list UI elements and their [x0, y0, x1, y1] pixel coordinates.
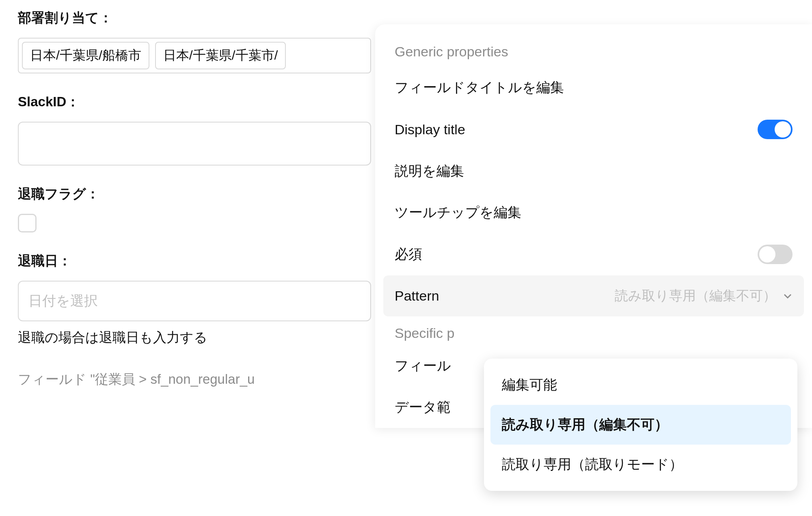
slackid-label: SlackID： — [18, 93, 383, 111]
slackid-field-group: SlackID： — [18, 93, 383, 166]
dropdown-option-editable[interactable]: 編集可能 — [490, 365, 791, 405]
slackid-input[interactable] — [18, 122, 371, 166]
toggle-knob — [775, 121, 791, 138]
pattern-label: Pattern — [395, 288, 439, 304]
pattern-value: 読み取り専用（編集不可） — [615, 287, 776, 305]
chevron-down-icon — [783, 293, 793, 299]
toggle-knob — [759, 246, 775, 262]
dropdown-option-readonly[interactable]: 読み取り専用（編集不可） — [490, 405, 791, 445]
required-item[interactable]: 必須 — [375, 233, 812, 275]
data-range-label: データ範 — [395, 398, 451, 417]
edit-field-title-item[interactable]: フィールドタイトルを編集 — [375, 67, 812, 108]
department-label: 部署割り当て： — [18, 9, 383, 27]
retired-flag-label: 退職フラグ： — [18, 185, 383, 203]
field-hint-text: フィールド "従業員 > sf_non_regular_u — [18, 370, 383, 389]
department-field-group: 部署割り当て： 日本/千葉県/船橋市 日本/千葉県/千葉市/ — [18, 9, 383, 73]
department-tag[interactable]: 日本/千葉県/千葉市/ — [155, 42, 286, 69]
department-tags[interactable]: 日本/千葉県/船橋市 日本/千葉県/千葉市/ — [18, 38, 371, 73]
retired-flag-checkbox[interactable] — [18, 214, 37, 232]
required-toggle[interactable] — [758, 245, 793, 264]
edit-description-item[interactable]: 説明を編集 — [375, 150, 812, 192]
display-title-label: Display title — [395, 122, 465, 138]
department-tag[interactable]: 日本/千葉県/船橋市 — [22, 42, 149, 69]
retired-date-label: 退職日： — [18, 252, 383, 270]
retired-date-input[interactable]: 日付を選択 — [18, 281, 371, 321]
edit-description-label: 説明を編集 — [395, 162, 464, 181]
dropdown-option-readonly-mode[interactable]: 読取り専用（読取りモード） — [490, 445, 791, 484]
required-label: 必須 — [395, 245, 422, 264]
retired-date-help: 退職の場合は退職日も入力する — [18, 329, 383, 347]
form-panel: 部署割り当て： 日本/千葉県/船橋市 日本/千葉県/千葉市/ SlackID： … — [18, 9, 383, 389]
display-title-item[interactable]: Display title — [375, 108, 812, 150]
date-placeholder: 日付を選択 — [28, 292, 98, 310]
pattern-item[interactable]: Pattern 読み取り専用（編集不可） — [383, 275, 804, 316]
edit-field-title-label: フィールドタイトルを編集 — [395, 78, 564, 97]
field-row-label: フィール — [395, 357, 451, 375]
pattern-dropdown: 編集可能 読み取り専用（編集不可） 読取り専用（読取りモード） — [484, 359, 797, 491]
retired-flag-field-group: 退職フラグ： — [18, 185, 383, 232]
pattern-select[interactable]: 読み取り専用（編集不可） — [615, 287, 793, 305]
retired-date-field-group: 退職日： 日付を選択 退職の場合は退職日も入力する — [18, 252, 383, 347]
edit-tooltip-label: ツールチップを編集 — [395, 203, 521, 222]
specific-properties-header: Specific p — [375, 316, 812, 345]
edit-tooltip-item[interactable]: ツールチップを編集 — [375, 192, 812, 233]
display-title-toggle[interactable] — [758, 120, 793, 139]
generic-properties-header: Generic properties — [375, 44, 812, 60]
